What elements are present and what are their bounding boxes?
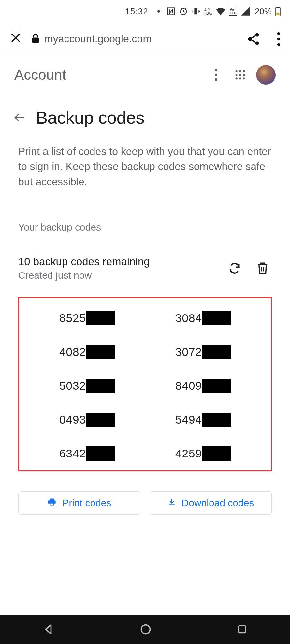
code-cell: 5032 [29, 379, 145, 393]
cell-signal-icon [240, 7, 250, 16]
avatar[interactable] [256, 65, 276, 85]
nav-recent-icon[interactable] [237, 624, 247, 635]
delete-icon[interactable] [254, 259, 272, 277]
svg-rect-4 [277, 7, 279, 7]
page-title: Backup codes [36, 107, 144, 128]
battery-percent: 20% [255, 7, 272, 17]
svg-point-27 [141, 625, 150, 634]
actions-row: Print codes Download codes [0, 472, 290, 534]
lock-icon [31, 34, 40, 45]
svg-point-20 [236, 74, 238, 76]
svg-point-19 [243, 70, 245, 72]
svg-point-15 [215, 74, 217, 76]
code-value: 6342 [59, 447, 86, 460]
svg-point-9 [248, 37, 252, 41]
created-time: Created just now [18, 270, 216, 281]
svg-point-10 [255, 41, 259, 45]
svg-point-25 [243, 77, 245, 79]
svg-point-8 [255, 33, 259, 36]
svg-point-11 [277, 32, 280, 35]
svg-text:+: + [277, 9, 279, 13]
codes-status-row: 10 backup codes remaining Created just n… [0, 236, 290, 291]
code-value: 3072 [175, 345, 202, 358]
android-nav-bar [0, 615, 290, 644]
code-cell: 8409 [145, 379, 261, 393]
account-header: Account [0, 55, 290, 94]
redacted-block [86, 311, 115, 325]
svg-rect-26 [51, 503, 53, 505]
code-value: 8409 [175, 379, 202, 392]
redacted-block [202, 446, 231, 461]
redacted-block [86, 413, 115, 427]
code-value: 3084 [175, 312, 202, 325]
code-cell: 4259 [145, 446, 261, 461]
code-cell: 0493 [29, 413, 145, 427]
code-value: 8525 [59, 312, 86, 325]
print-codes-label: Print codes [62, 497, 111, 509]
redacted-block [202, 379, 231, 393]
svg-point-18 [239, 70, 241, 72]
alarm-icon [179, 7, 188, 16]
share-icon[interactable] [246, 32, 261, 46]
net-speed-unit: KB/S [204, 12, 212, 15]
back-arrow-icon[interactable] [13, 111, 26, 124]
net-speed-indicator: 0.41 KB/S [204, 7, 212, 15]
svg-rect-7 [32, 37, 39, 43]
code-cell: 3072 [145, 345, 261, 359]
svg-point-14 [215, 69, 217, 71]
close-icon[interactable] [10, 31, 22, 47]
svg-point-24 [239, 77, 241, 79]
redacted-block [86, 345, 115, 359]
page-description: Print a list of codes to keep with you t… [0, 137, 290, 192]
code-value: 5494 [175, 413, 202, 426]
svg-rect-2 [194, 8, 197, 15]
code-value: 0493 [59, 413, 86, 426]
nfc-icon [167, 7, 176, 16]
browser-bar: myaccount.google.com [0, 23, 290, 55]
vibrate-icon [191, 7, 200, 16]
code-cell: 5494 [145, 413, 261, 427]
url-container[interactable]: myaccount.google.com [31, 33, 152, 45]
wifi-icon [216, 7, 225, 16]
apps-grid-icon[interactable] [232, 67, 248, 83]
more-icon[interactable] [277, 32, 280, 46]
print-icon [47, 497, 56, 509]
svg-rect-28 [239, 626, 245, 633]
svg-point-16 [215, 78, 217, 81]
nav-home-icon[interactable] [140, 623, 152, 635]
page-title-row: Backup codes [0, 94, 290, 137]
download-icon [167, 497, 176, 509]
svg-rect-5 [276, 13, 279, 15]
redacted-block [202, 311, 231, 325]
print-codes-button[interactable]: Print codes [18, 491, 140, 515]
svg-point-21 [239, 74, 241, 76]
backup-codes-highlight-box: 8525 3084 4082 3072 5032 8409 0493 5494 … [18, 297, 272, 471]
svg-point-17 [236, 70, 238, 72]
svg-point-22 [243, 74, 245, 76]
status-time: 15:32 [125, 7, 148, 17]
redacted-block [86, 379, 115, 393]
refresh-icon[interactable] [225, 259, 244, 277]
code-cell: 4082 [29, 345, 145, 359]
code-cell: 6342 [29, 446, 145, 461]
status-separator-dot [157, 10, 160, 13]
code-value: 4259 [175, 447, 202, 460]
svg-point-13 [277, 43, 280, 46]
account-label: Account [14, 67, 200, 83]
code-value: 5032 [59, 379, 86, 392]
redacted-block [202, 413, 231, 427]
backup-codes-grid: 8525 3084 4082 3072 5032 8409 0493 5494 … [29, 311, 261, 461]
volte-icon: VoLTE [229, 7, 237, 16]
section-label: Your backup codes [0, 192, 290, 236]
code-cell: 3084 [145, 311, 261, 325]
battery-icon: + [275, 7, 281, 16]
redacted-block [86, 446, 115, 461]
download-codes-button[interactable]: Download codes [150, 491, 272, 515]
code-cell: 8525 [29, 311, 145, 325]
nav-back-icon[interactable] [43, 623, 54, 635]
remaining-count: 10 backup codes remaining [18, 256, 216, 268]
code-value: 4082 [59, 345, 86, 358]
redacted-block [202, 345, 231, 359]
account-more-icon[interactable] [208, 67, 224, 83]
download-codes-label: Download codes [182, 497, 254, 509]
